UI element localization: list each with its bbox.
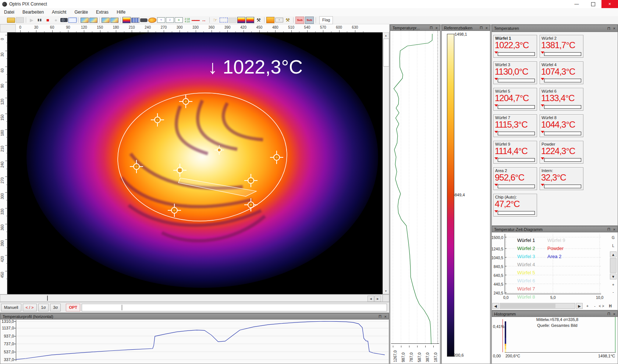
palette-shift-left-icon[interactable] (246, 17, 254, 23)
scroll-left-icon[interactable]: ◀ (367, 296, 374, 302)
minimize-button[interactable]: — (568, 0, 585, 8)
opt-button[interactable]: OPT (66, 304, 80, 311)
thermal-image[interactable]: ↓ 1022,3°C (7, 32, 383, 294)
time-zoom-in-vertical[interactable]: + (610, 282, 617, 288)
save-icon[interactable] (16, 17, 24, 23)
extended-tools-icon[interactable]: ⚒ (284, 17, 291, 24)
legend-item-w-rfel-2[interactable]: Würfel 2 (517, 246, 535, 251)
timechart-header[interactable]: Temperatur-Zeit-Diagramm ⊓ × (492, 226, 618, 232)
time-zoom-in-button[interactable]: + (584, 303, 591, 309)
scroll-up-icon[interactable]: ▲ (383, 33, 389, 38)
legend-item-w-rfel-1[interactable]: Würfel 1 (517, 238, 535, 243)
histogram-min-line[interactable] (502, 319, 503, 352)
time-g-button[interactable]: G (610, 235, 617, 240)
time-diagram-icon[interactable]: ≡ (175, 17, 183, 23)
auto-scale-icon[interactable]: ↑ (275, 18, 283, 22)
legend-item-w-rfel-3[interactable]: Würfel 3 (517, 254, 535, 259)
tools-icon[interactable]: ⚒ (255, 17, 262, 24)
time-scroll-thumb[interactable] (500, 304, 555, 308)
close-icon[interactable]: × (436, 26, 438, 30)
digital-display-icon[interactable]: 2:18 4:10 (184, 17, 191, 24)
scale-cursor[interactable] (122, 305, 122, 310)
pin-icon[interactable]: ⊓ (480, 25, 483, 30)
histogram-header[interactable]: Histogramm ⊓ × (492, 311, 618, 317)
alarm-bar-icon[interactable] (266, 17, 274, 23)
time-l-button[interactable]: L (610, 243, 617, 249)
hand-cursor-icon[interactable]: ☞ (212, 17, 219, 24)
refbar-header[interactable]: Referenzbalken ⊓ × (442, 25, 490, 31)
color-tool-icon[interactable] (148, 18, 156, 23)
profile-curve-icon[interactable]: ~ (157, 17, 165, 23)
apply-palette-icon[interactable] (110, 18, 118, 23)
sigma1-button[interactable]: 1σ (38, 304, 49, 311)
time-zoom-out-vertical[interactable]: - (610, 289, 617, 295)
legend-item-w-rfel-4[interactable]: Würfel 4 (517, 262, 535, 267)
time-scroll-right-icon[interactable]: ▶ (576, 303, 583, 309)
copy-image-icon[interactable] (89, 18, 97, 23)
legend-item-w-rfel-5[interactable]: Würfel 5 (517, 270, 535, 275)
flag-button[interactable]: Flag (319, 16, 333, 24)
time-scroll-left-icon[interactable]: ◀ (492, 303, 499, 309)
video-camera-icon[interactable] (140, 18, 148, 22)
legend-item-w-rfel-9[interactable]: Würfel 9 (547, 238, 565, 243)
menu-item-geräte[interactable]: Geräte (70, 8, 92, 16)
close-icon[interactable]: × (613, 312, 615, 316)
palette-shift-right-icon[interactable] (237, 17, 245, 23)
scroll-position-marker[interactable] (47, 296, 48, 301)
play-icon[interactable]: ▶ (28, 17, 35, 24)
measure-distance-icon[interactable]: ↔ (200, 17, 207, 24)
save-image-icon[interactable] (81, 18, 89, 23)
pin-icon[interactable]: ⊓ (607, 26, 611, 31)
image-horizontal-scrollbar[interactable]: ◀ ▶ (0, 295, 383, 302)
close-icon[interactable]: × (613, 26, 615, 31)
save-subtract-icon[interactable]: Sub (305, 17, 314, 24)
close-icon[interactable]: × (384, 314, 387, 319)
legend-item-w-rfel-7[interactable]: Würfel 7 (517, 286, 535, 292)
menu-item-hilfe[interactable]: Hilfe (113, 8, 129, 16)
legend-item-area-2[interactable]: Area 2 (547, 254, 561, 259)
legend-item-w-rfel-8[interactable]: Würfel 8 (517, 294, 535, 300)
close-icon[interactable]: × (486, 26, 488, 30)
palette-bar-icon[interactable] (122, 17, 131, 23)
time-zoom-out-button[interactable]: - (592, 303, 598, 309)
pin-icon[interactable]: ⊓ (607, 227, 611, 232)
vprofile-header[interactable]: Temperaturpr... ⊓ × (390, 25, 440, 31)
pin-icon[interactable]: ⊓ (430, 25, 433, 30)
time-scroll-down-icon[interactable]: ▼ (610, 274, 617, 279)
sigma3-button[interactable]: 3σ (50, 304, 61, 311)
menu-item-bearbeiten[interactable]: Bearbeiten (18, 8, 48, 16)
time-vertical-scrollbar[interactable] (610, 258, 617, 273)
scroll-down-icon[interactable]: ▼ (383, 288, 389, 294)
vertical-scroll-thumb[interactable] (383, 39, 389, 67)
menu-item-datei[interactable]: Datei (0, 8, 18, 16)
time-hold-button[interactable]: H (607, 303, 614, 309)
prev-next-button[interactable]: < / > (23, 304, 37, 311)
temperaturen-header[interactable]: Temperaturen ⊓ × (492, 25, 618, 32)
pause-icon[interactable]: ▮▮ (36, 17, 43, 24)
close-button[interactable]: × (601, 0, 618, 8)
menu-item-ansicht[interactable]: Ansicht (48, 8, 70, 16)
fullscreen-icon[interactable] (220, 18, 228, 22)
profile-vertical-icon[interactable]: ≀ (166, 17, 174, 23)
hprofile-header[interactable]: Temperaturprofil (horizontal) ⊓ × (0, 313, 389, 320)
histogram-max-line[interactable] (615, 317, 615, 352)
scroll-right-icon[interactable]: ▶ (374, 296, 381, 302)
record-icon[interactable]: ● (52, 17, 60, 24)
line-marks-icon[interactable]: ▬▬▬ (192, 17, 199, 24)
menu-item-extras[interactable]: Extras (92, 8, 113, 16)
placeholder-icon[interactable] (228, 18, 237, 23)
snapshot-icon[interactable] (60, 18, 68, 22)
open-file-icon[interactable] (7, 18, 15, 23)
close-icon[interactable]: × (613, 227, 615, 232)
manual-scale-button[interactable]: Manuell (1, 304, 21, 311)
image-vertical-scrollbar[interactable]: ▲ ▼ (383, 32, 389, 294)
time-scroll-up-icon[interactable]: ▲ (610, 251, 617, 257)
subtract-icon[interactable]: Sub (295, 17, 304, 24)
copy-icon[interactable] (68, 18, 77, 23)
maximize-button[interactable] (585, 0, 601, 8)
stop-record-icon[interactable]: ■ (44, 17, 52, 24)
legend-item-w-rfel-6[interactable]: Würfel 6 (517, 278, 535, 283)
time-scrollbar[interactable] (500, 303, 575, 309)
legend-item-powder[interactable]: Powder (547, 246, 564, 251)
pin-icon[interactable]: ⊓ (607, 311, 611, 316)
